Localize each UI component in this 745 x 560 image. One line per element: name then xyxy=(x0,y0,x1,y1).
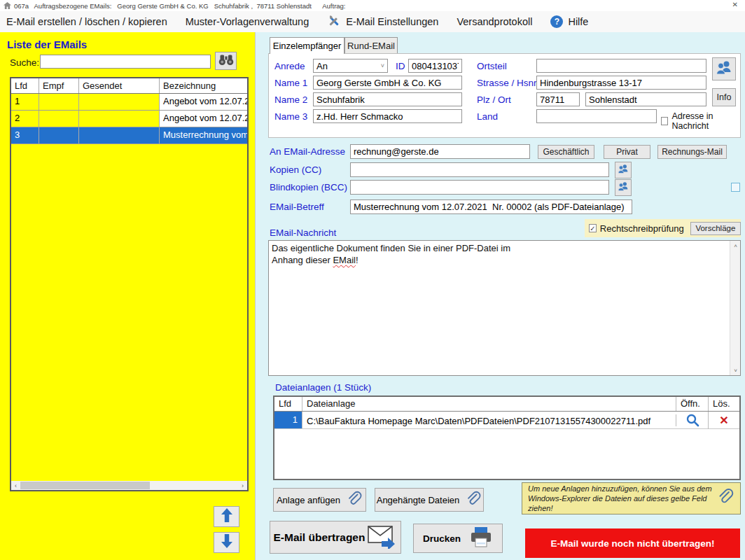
menu-item-label: Hilfe xyxy=(568,16,588,27)
menu-item-template-management[interactable]: Muster-Vorlagenverwaltung xyxy=(186,16,309,27)
anrede-label: Anrede xyxy=(274,61,305,71)
adresse-checkbox-label: Adresse in Nachricht xyxy=(671,111,740,131)
scroll-right-icon[interactable]: › xyxy=(238,481,247,490)
column-header-bezeichnung: Bezeichnung xyxy=(160,78,247,93)
send-email-button[interactable]: E-Mail übertragen xyxy=(270,521,401,554)
contacts-people-icon xyxy=(716,60,732,78)
scroll-up-icon[interactable]: ˄ xyxy=(730,241,741,251)
contacts-button[interactable] xyxy=(712,57,736,80)
anrede-selected-value: An xyxy=(316,61,328,71)
scroll-left-icon[interactable]: ‹ xyxy=(11,481,20,490)
ortsteil-field[interactable] xyxy=(536,59,706,73)
menu-item-label: E-Mail erstellen / löschen / kopieren xyxy=(6,16,167,27)
message-line: Anhang dieser EMail! xyxy=(272,254,726,266)
anlage-anfuegen-button[interactable]: Anlage anfügen xyxy=(273,488,366,512)
message-textarea[interactable]: Das eigentliche Dokument finden Sie in e… xyxy=(268,240,741,376)
bcc-contacts-button[interactable] xyxy=(615,179,632,196)
scroll-down-icon[interactable]: ˅ xyxy=(730,365,741,375)
menu-item-label: Muster-Vorlagenverwaltung xyxy=(186,16,309,27)
search-label: Suche: xyxy=(10,57,39,68)
adresse-in-nachricht-option[interactable]: Adresse in Nachricht xyxy=(661,111,740,131)
email-table-header: Lfd Empf Gesendet Bezeichnung xyxy=(11,78,247,94)
horizontal-scrollbar[interactable]: ‹ › xyxy=(11,481,247,490)
recipient-address-panel: Anrede An ˅ ID Name 1 Name 2 Name 3 Orts… xyxy=(268,53,741,138)
strasse-label: Strasse / Hsnr xyxy=(477,78,537,88)
cell-bezeichnung: Angebot vom 12.07.2021 Nr. xyxy=(160,111,247,127)
name2-field[interactable] xyxy=(313,92,462,106)
cc-field[interactable] xyxy=(350,162,609,177)
tab-einzelempfaenger[interactable]: Einzelempfänger xyxy=(270,37,344,54)
table-row[interactable]: 1 Angebot vom 12.07.2021 Nr. xyxy=(11,94,247,111)
button-label: E-Mail übertragen xyxy=(274,531,365,544)
strasse-field[interactable] xyxy=(536,76,706,90)
rechnungs-mail-button[interactable]: Rechnungs-Mail xyxy=(657,145,727,159)
menu-item-label: E-Mail Einstellungen xyxy=(346,16,438,27)
spellcheck-strip: ✓ Rechtschreibprüfung Vorschläge xyxy=(585,219,741,237)
menu-item-email-settings[interactable]: E-Mail Einstellungen xyxy=(327,14,438,30)
message-line: Das eigentliche Dokument finden Sie in e… xyxy=(272,242,726,254)
attachment-row[interactable]: 1 C:\BauFaktura Homepage Marc\Daten\PDFD… xyxy=(274,412,739,429)
search-input[interactable] xyxy=(40,55,211,69)
ort-field[interactable] xyxy=(585,92,706,106)
id-field[interactable] xyxy=(408,59,462,73)
name1-field[interactable] xyxy=(313,76,462,90)
delete-attachment-button[interactable]: ✕ xyxy=(709,414,739,426)
tab-rund-email[interactable]: Rund-EMail xyxy=(344,37,398,53)
menu-item-send-log[interactable]: Versandprotokoll xyxy=(457,16,532,27)
search-button[interactable] xyxy=(215,52,237,70)
scrollbar-thumb[interactable] xyxy=(20,482,150,489)
arrow-up-icon xyxy=(221,507,233,526)
move-down-button[interactable] xyxy=(214,532,239,553)
cell-lfd: 2 xyxy=(11,111,39,127)
open-attachment-button[interactable] xyxy=(676,412,709,429)
name1-label: Name 1 xyxy=(274,78,307,88)
move-up-button[interactable] xyxy=(214,506,239,527)
email-list-heading: Liste der EMails xyxy=(7,38,87,50)
close-icon[interactable]: ✕ xyxy=(732,1,738,8)
privat-button[interactable]: Privat xyxy=(604,145,650,159)
land-field[interactable] xyxy=(536,109,657,123)
bcc-field[interactable] xyxy=(350,180,609,195)
button-label: Angehängte Dateien xyxy=(377,495,460,505)
menu-item-help[interactable]: ? Hilfe xyxy=(550,15,588,28)
attachment-path: C:\BauFaktura Homepage Marc\Daten\PDFDat… xyxy=(302,414,676,426)
cell-gesendet xyxy=(79,127,160,144)
info-button[interactable]: Info xyxy=(712,88,736,106)
cell-gesendet xyxy=(79,94,160,110)
name3-field[interactable] xyxy=(313,109,462,123)
attachments-heading: Dateianlagen (1 Stück) xyxy=(275,382,371,393)
vertical-scrollbar[interactable]: ˄ ˅ xyxy=(730,241,740,375)
contacts-people-icon xyxy=(618,181,629,195)
geschaeftlich-button[interactable]: Geschäftlich xyxy=(538,145,594,159)
plz-ort-label: Plz / Ort xyxy=(477,94,511,105)
tools-icon xyxy=(327,14,341,30)
vorschlaege-button[interactable]: Vorschläge xyxy=(690,222,741,235)
drag-drop-hint-box[interactable]: Um neue Anlagen hinzuzufügen, können Sie… xyxy=(522,482,741,514)
table-row[interactable]: 2 Angebot vom 12.07.2021 Nr. xyxy=(11,111,247,127)
side-checkbox[interactable] xyxy=(731,183,740,192)
anrede-select[interactable]: An ˅ xyxy=(313,59,388,73)
chevron-down-icon: ˅ xyxy=(381,62,384,69)
table-row-selected[interactable]: 3 Musterrechnung vom 12.07.2 xyxy=(11,127,247,144)
app-icon xyxy=(4,2,11,10)
nachricht-label: EMail-Nachricht xyxy=(270,227,336,238)
help-icon: ? xyxy=(550,15,563,28)
an-email-field[interactable] xyxy=(350,144,530,159)
button-label: Anlage anfügen xyxy=(277,495,340,505)
print-button[interactable]: Drucken xyxy=(413,524,503,553)
column-header-gesendet: Gesendet xyxy=(79,78,160,93)
betreff-field[interactable] xyxy=(350,200,632,214)
email-list-table: Lfd Empf Gesendet Bezeichnung 1 Angebot … xyxy=(10,77,249,491)
spellcheck-checkbox[interactable]: ✓ xyxy=(589,224,597,232)
adresse-checkbox[interactable] xyxy=(661,117,668,125)
plz-field[interactable] xyxy=(536,92,580,106)
an-email-label: An EMail-Adresse xyxy=(270,146,345,157)
envelope-send-icon xyxy=(368,524,397,552)
betreff-label: EMail-Betreff xyxy=(270,202,324,212)
binoculars-icon xyxy=(218,54,235,69)
cell-bezeichnung: Angebot vom 12.07.2021 Nr. xyxy=(160,94,247,110)
cc-contacts-button[interactable] xyxy=(615,162,632,178)
menu-item-create-delete-copy[interactable]: E-Mail erstellen / löschen / kopieren xyxy=(6,16,167,27)
angehaengte-dateien-button[interactable]: Angehängte Dateien xyxy=(375,488,484,512)
button-label: Drucken xyxy=(423,533,461,544)
